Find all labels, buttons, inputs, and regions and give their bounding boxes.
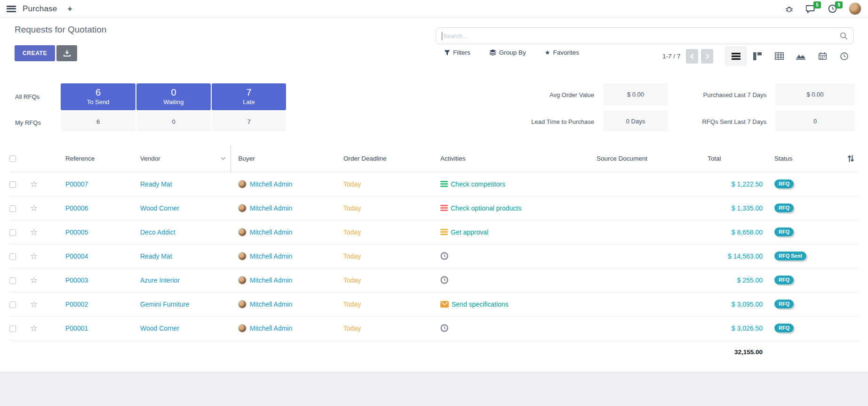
view-graph-button[interactable]: [790, 46, 812, 66]
pager-next-button[interactable]: [701, 49, 713, 64]
row-checkbox[interactable]: [9, 229, 16, 236]
reference-link[interactable]: P00002: [65, 300, 88, 308]
total-amount: $ 1,222.50: [732, 180, 763, 188]
row-checkbox[interactable]: [9, 181, 16, 188]
favorite-star-icon[interactable]: ☆: [30, 227, 38, 237]
filters-button[interactable]: Filters: [444, 49, 470, 56]
view-kanban-button[interactable]: [747, 46, 768, 66]
table-row[interactable]: ☆ P00001 Wood Corner Mitchell Admin Toda…: [9, 316, 859, 340]
vendor-link[interactable]: Wood Corner: [140, 325, 179, 332]
activity-link[interactable]: Check competitors: [451, 180, 505, 188]
activity-clock-icon[interactable]: [440, 276, 448, 284]
header-vendor[interactable]: Vendor: [126, 145, 231, 172]
top-navbar: Purchase + 5 9: [0, 0, 868, 18]
pager-range: 1-7 / 7: [662, 53, 680, 60]
vendor-link[interactable]: Azure Interior: [140, 276, 180, 284]
view-pivot-button[interactable]: [768, 46, 790, 66]
header-order-deadline[interactable]: Order Deadline: [336, 145, 435, 172]
tile-late[interactable]: 7 Late: [212, 83, 286, 110]
reference-link[interactable]: P00001: [65, 325, 88, 332]
reference-link[interactable]: P00006: [65, 204, 88, 212]
view-list-button[interactable]: [725, 46, 747, 66]
tile-my-to-send[interactable]: 6: [61, 112, 135, 131]
activity-list-icon[interactable]: [440, 181, 448, 187]
export-button[interactable]: [56, 45, 77, 61]
messages-icon[interactable]: 5: [805, 4, 816, 14]
favorite-star-icon[interactable]: ☆: [30, 252, 38, 261]
buyer-link[interactable]: Mitchell Admin: [250, 180, 292, 188]
header-total[interactable]: Total: [708, 145, 763, 172]
reference-link[interactable]: P00003: [65, 276, 88, 284]
row-checkbox[interactable]: [9, 253, 16, 260]
favorite-star-icon[interactable]: ☆: [30, 324, 38, 333]
table-row[interactable]: ☆ P00005 Deco Addict Mitchell Admin Toda…: [9, 220, 859, 244]
adjust-columns-button[interactable]: [843, 145, 859, 172]
row-checkbox[interactable]: [9, 277, 16, 284]
purchased-last-7-days-tile[interactable]: $ 0.00: [775, 83, 855, 106]
select-all-checkbox[interactable]: [9, 155, 16, 162]
header-source-document[interactable]: Source Document: [590, 145, 708, 172]
vendor-link[interactable]: Gemini Furniture: [140, 300, 189, 308]
table-row[interactable]: ☆ P00006 Wood Corner Mitchell Admin Toda…: [9, 196, 859, 220]
activity-list-icon[interactable]: [440, 229, 448, 235]
table-row[interactable]: ☆ P00003 Azure Interior Mitchell Admin T…: [9, 268, 859, 292]
view-calendar-button[interactable]: [812, 46, 833, 66]
view-activity-button[interactable]: [833, 46, 855, 66]
lead-time-tile[interactable]: 0 Days: [603, 111, 668, 131]
activity-mail-icon[interactable]: [440, 301, 449, 308]
main-menu-icon[interactable]: [7, 6, 16, 12]
header-reference[interactable]: Reference: [46, 145, 126, 172]
group-by-button[interactable]: Group By: [489, 49, 526, 56]
rfqs-sent-tile[interactable]: 0: [775, 111, 855, 131]
activities-clock-icon[interactable]: 9: [827, 4, 837, 14]
favorite-star-icon[interactable]: ☆: [30, 276, 38, 285]
app-title[interactable]: Purchase: [23, 4, 57, 14]
row-checkbox[interactable]: [9, 325, 16, 332]
reference-link[interactable]: P00007: [65, 180, 88, 188]
activity-list-icon[interactable]: [440, 205, 448, 211]
header-buyer[interactable]: Buyer: [231, 145, 336, 172]
tile-waiting[interactable]: 0 Waiting: [136, 83, 211, 110]
vendor-link[interactable]: Deco Addict: [140, 228, 175, 236]
tile-to-send[interactable]: 6 To Send: [61, 83, 135, 110]
row-checkbox[interactable]: [9, 205, 16, 212]
search-input[interactable]: [443, 32, 840, 40]
header-status[interactable]: Status: [763, 145, 843, 172]
reference-link[interactable]: P00005: [65, 228, 88, 236]
table-row[interactable]: ☆ P00007 Ready Mat Mitchell Admin Today …: [9, 172, 859, 196]
tile-my-late[interactable]: 7: [212, 112, 286, 131]
debug-bug-icon[interactable]: [784, 4, 794, 14]
row-checkbox[interactable]: [9, 301, 16, 308]
favorites-button[interactable]: ★ Favorites: [545, 49, 579, 56]
new-tab-button[interactable]: +: [67, 4, 72, 14]
vendor-link[interactable]: Ready Mat: [140, 252, 172, 260]
user-avatar[interactable]: [849, 2, 861, 15]
vendor-link[interactable]: Ready Mat: [140, 180, 172, 188]
create-button[interactable]: CREATE: [15, 45, 55, 61]
pager-previous-button[interactable]: [686, 49, 698, 64]
buyer-link[interactable]: Mitchell Admin: [250, 276, 292, 284]
buyer-link[interactable]: Mitchell Admin: [250, 325, 292, 332]
favorite-star-icon[interactable]: ☆: [30, 179, 38, 189]
graph-view-icon: [796, 53, 805, 60]
search-icon[interactable]: [840, 32, 848, 40]
table-row[interactable]: ☆ P00004 Ready Mat Mitchell Admin Today …: [9, 244, 859, 268]
avg-order-value-tile[interactable]: $ 0.00: [603, 83, 668, 106]
favorite-star-icon[interactable]: ☆: [30, 203, 38, 213]
buyer-link[interactable]: Mitchell Admin: [250, 228, 292, 236]
activity-clock-icon[interactable]: [440, 324, 448, 332]
activity-clock-icon[interactable]: [440, 252, 448, 260]
total-amount: $ 3,026.50: [732, 325, 763, 332]
reference-link[interactable]: P00004: [65, 252, 88, 260]
activity-link[interactable]: Send specifications: [452, 300, 509, 308]
tile-my-waiting[interactable]: 0: [136, 112, 211, 131]
buyer-link[interactable]: Mitchell Admin: [250, 252, 292, 260]
header-activities[interactable]: Activities: [435, 145, 590, 172]
buyer-link[interactable]: Mitchell Admin: [250, 204, 292, 212]
table-row[interactable]: ☆ P00002 Gemini Furniture Mitchell Admin…: [9, 292, 859, 316]
activity-link[interactable]: Get approval: [451, 228, 488, 236]
activity-link[interactable]: Check optional products: [451, 204, 521, 212]
vendor-link[interactable]: Wood Corner: [140, 204, 179, 212]
buyer-link[interactable]: Mitchell Admin: [250, 300, 292, 308]
favorite-star-icon[interactable]: ☆: [30, 300, 38, 309]
